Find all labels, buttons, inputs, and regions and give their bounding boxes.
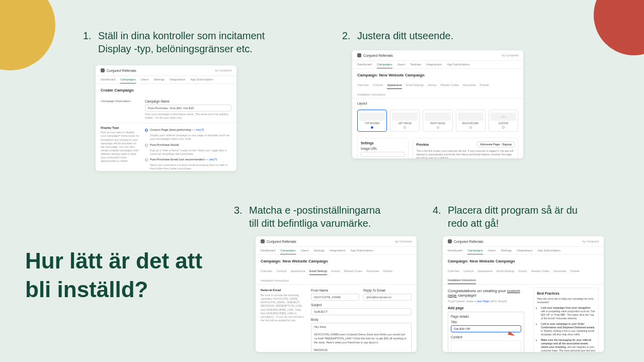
- tab-integrations[interactable]: Integrations: [170, 78, 185, 83]
- tab-subscription[interactable]: App Subscription: [190, 78, 213, 83]
- radio-custom-page-desc: Display your referral campaign on any pa…: [150, 134, 231, 141]
- best-practice-3: Make sure the messaging for your referra…: [541, 338, 595, 352]
- subtab-overview[interactable]: Overview: [261, 269, 272, 275]
- tab-dashboard[interactable]: Dashboard: [448, 249, 462, 254]
- layout-background[interactable]: BACKGROUND: [456, 110, 486, 132]
- subtab-instructions[interactable]: Installation Instructions: [357, 93, 385, 98]
- tab-dashboard[interactable]: Dashboard: [261, 249, 275, 254]
- layout-top-banner[interactable]: TOP BANNER: [357, 110, 387, 132]
- subtab-activity[interactable]: Activity: [428, 83, 436, 89]
- tab-integrations[interactable]: Integrations: [426, 63, 442, 68]
- body-label: Body: [311, 318, 412, 321]
- app-byline: by Conjured: [215, 69, 231, 72]
- tab-users[interactable]: Users: [397, 63, 406, 68]
- campaign-name-hint: Give your campaign a descriptive name. T…: [145, 113, 231, 120]
- subtab-friends[interactable]: Friends: [480, 83, 489, 89]
- subtab-friends[interactable]: Friends: [383, 269, 392, 275]
- subtab-codes[interactable]: Reward Codes: [441, 83, 459, 89]
- display-type-hint: How do you want to display your campaign…: [101, 131, 140, 163]
- radio-post-purchase-modal[interactable]: [145, 144, 148, 147]
- reply-to-input[interactable]: yhan@conjured.co: [363, 294, 412, 301]
- decorative-blob-red: [594, 0, 644, 55]
- subtab-controls[interactable]: Controls: [463, 269, 473, 275]
- subtab-appearance[interactable]: Appearance: [387, 83, 402, 89]
- tab-dashboard[interactable]: Dashboard: [357, 63, 372, 68]
- subtab-advocates[interactable]: Advocates: [366, 269, 379, 275]
- step-3: 3. Matcha e -postinställningarna till di…: [234, 204, 380, 230]
- image-url-label: Image URL: [361, 147, 405, 150]
- subtab-controls[interactable]: Controls: [373, 83, 383, 89]
- campaign-name-input[interactable]: Post-Purchase, Give $20, Get $20: [145, 105, 231, 112]
- subject-input[interactable]: SUBJECT: [311, 308, 412, 315]
- tab-campaigns[interactable]: Campaigns: [280, 249, 295, 254]
- tab-settings[interactable]: Settings: [153, 78, 165, 83]
- step-4-number: 4.: [433, 204, 444, 230]
- subtab-codes[interactable]: Reward Codes: [344, 269, 362, 275]
- subtab-advocates[interactable]: Advocates: [553, 269, 567, 275]
- subtab-appearance[interactable]: Appearance: [477, 269, 493, 275]
- step-3-text-b: till ditt befintliga varumärke.: [249, 217, 380, 230]
- image-url-input[interactable]: [361, 152, 405, 157]
- step-2-number: 2.: [342, 29, 353, 42]
- tab-settings[interactable]: Settings: [313, 249, 325, 254]
- decorative-blob-yellow: [0, 0, 55, 70]
- subtab-activity[interactable]: Activity: [331, 269, 340, 275]
- radio-post-purchase-email-desc: Send your customers a custom email promp…: [150, 163, 231, 170]
- add-page-heading: Add page: [448, 306, 524, 310]
- tab-users[interactable]: Users: [301, 249, 309, 254]
- campaign-name-label: Campaign Name: [145, 100, 231, 103]
- mock-installation: Conjured Referrals by Conjured Dashboard…: [443, 236, 604, 352]
- tab-settings[interactable]: Settings: [410, 63, 421, 68]
- congrats-text: Congratulations on creating your custom …: [448, 288, 529, 299]
- subtab-overview[interactable]: Overview: [357, 83, 369, 89]
- tab-users[interactable]: Users: [488, 249, 496, 254]
- radio-post-purchase-email[interactable]: [145, 158, 148, 161]
- tab-users[interactable]: Users: [141, 78, 149, 83]
- section-label-campaign-info: Campaign Information: [101, 100, 140, 120]
- tab-campaigns[interactable]: Campaigns: [467, 249, 482, 254]
- body-textarea[interactable]: Hey there, ADVOCATE_NAME loves Conjured …: [311, 323, 412, 352]
- radio-custom-page[interactable]: [145, 129, 148, 132]
- preview-page-select[interactable]: Advocate Page - Signup: [477, 141, 515, 147]
- subtab-friends[interactable]: Friends: [571, 269, 580, 275]
- app-name: Conjured Referrals: [267, 240, 296, 243]
- tab-settings[interactable]: Settings: [501, 249, 512, 254]
- from-name-label: From Name: [311, 289, 359, 292]
- subtab-controls[interactable]: Controls: [276, 269, 286, 275]
- best-practice-2: Link to your campaign in your Order Conf…: [541, 322, 595, 336]
- code-icon: </>: [491, 113, 516, 121]
- tab-subscription[interactable]: App Subscription: [537, 249, 560, 254]
- layout-left-image[interactable]: LEFT IMAGE: [390, 110, 420, 132]
- getstarted-hint: To get started, create a new Page within…: [448, 300, 529, 303]
- subtab-appearance[interactable]: Appearance: [290, 269, 305, 275]
- tab-campaigns[interactable]: Campaigns: [120, 78, 135, 83]
- subject-label: Subject: [311, 303, 412, 307]
- step-4-text-b: redo att gå!: [448, 217, 578, 230]
- display-type-label: Display Type: [101, 126, 140, 129]
- app-byline: by Conjured: [502, 54, 518, 57]
- subtab-email[interactable]: Email Settings: [309, 269, 327, 275]
- layout-right-image[interactable]: RIGHT IMAGE: [423, 110, 452, 132]
- tab-integrations[interactable]: Integrations: [330, 249, 345, 254]
- step-1-text-b: Display -typ, belöningsgränser etc.: [98, 42, 265, 55]
- referral-email-label: Referral Email: [261, 289, 306, 292]
- subtab-email[interactable]: Email Settings: [406, 83, 424, 89]
- tab-subscription[interactable]: App Subscription: [447, 63, 469, 68]
- from-name-input[interactable]: ADVOCATE_NAME: [311, 294, 359, 301]
- subtab-instructions[interactable]: Installation Instructions: [261, 279, 289, 284]
- layout-custom[interactable]: </>CUSTOM: [489, 110, 518, 132]
- tab-subscription[interactable]: App Subscription: [350, 249, 373, 254]
- subtab-codes[interactable]: Reward Codes: [531, 269, 549, 275]
- tab-dashboard[interactable]: Dashboard: [101, 78, 115, 83]
- subtab-overview[interactable]: Overview: [448, 269, 459, 275]
- subtab-advocates[interactable]: Advocates: [463, 83, 476, 89]
- subtab-activity[interactable]: Activity: [518, 269, 527, 275]
- step-2: 2. Justera ditt utseende.: [342, 29, 453, 42]
- subtab-email[interactable]: Email Settings: [497, 269, 514, 275]
- tab-campaigns[interactable]: Campaigns: [377, 63, 392, 68]
- mock-appearance: Conjured Referrals by Conjured Dashboard…: [352, 50, 523, 158]
- tab-integrations[interactable]: Integrations: [517, 249, 532, 254]
- mock-email-settings: Conjured Referrals by Conjured Dashboard…: [256, 236, 417, 352]
- subtab-instructions[interactable]: Installation Instructions: [448, 279, 476, 284]
- step-4-text-a: Placera ditt program så är du: [448, 204, 578, 217]
